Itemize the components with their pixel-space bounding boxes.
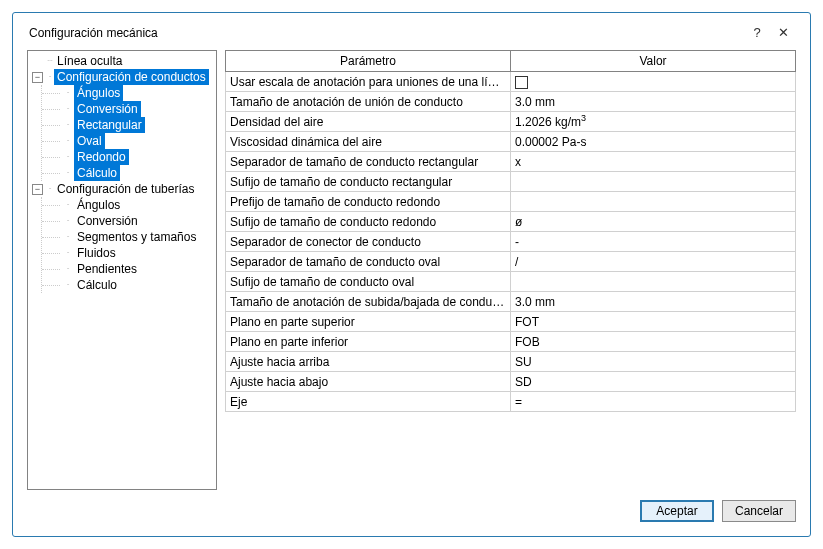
tree-item-round[interactable]: -Redondo <box>64 149 216 165</box>
table-row: Separador de conector de conducto- <box>226 232 796 252</box>
parameter-grid: Parámetro Valor Usar escala de anotación… <box>225 50 796 490</box>
tree-item-fluids[interactable]: -Fluidos <box>64 245 216 261</box>
param-label: Sufijo de tamaño de conducto oval <box>226 272 511 292</box>
param-value[interactable]: SD <box>511 372 796 392</box>
param-label: Usar escala de anotación para uniones de… <box>226 72 511 92</box>
table-row: Tamaño de anotación de subida/bajada de … <box>226 292 796 312</box>
param-value[interactable]: ø <box>511 212 796 232</box>
param-label: Densidad del aire <box>226 112 511 132</box>
nav-tree[interactable]: -- Línea oculta − - Configuración de con… <box>27 50 217 490</box>
param-value[interactable]: SU <box>511 352 796 372</box>
param-label: Tamaño de anotación de subida/bajada de … <box>226 292 511 312</box>
table-row: Viscosidad dinámica del aire0.00002 Pa-s <box>226 132 796 152</box>
param-label: Separador de conector de conducto <box>226 232 511 252</box>
tree-item-oval[interactable]: -Oval <box>64 133 216 149</box>
table-row: Separador de tamaño de conducto oval/ <box>226 252 796 272</box>
param-label: Sufijo de tamaño de conducto rectangular <box>226 172 511 192</box>
table-row: Ajuste hacia abajoSD <box>226 372 796 392</box>
table-row: Densidad del aire1.2026 kg/m3 <box>226 112 796 132</box>
param-value[interactable]: - <box>511 232 796 252</box>
tree-item-conversion[interactable]: -Conversión <box>64 101 216 117</box>
col-parameter: Parámetro <box>226 51 511 72</box>
param-label: Separador de tamaño de conducto oval <box>226 252 511 272</box>
col-value: Valor <box>511 51 796 72</box>
table-row: Sufijo de tamaño de conducto rectangular <box>226 172 796 192</box>
param-label: Ajuste hacia arriba <box>226 352 511 372</box>
param-value[interactable]: 3.0 mm <box>511 92 796 112</box>
table-row: Ajuste hacia arribaSU <box>226 352 796 372</box>
tree-connector-icon: - <box>46 68 54 84</box>
tree-item-hidden-line[interactable]: -- Línea oculta <box>46 53 216 69</box>
table-row: Separador de tamaño de conducto rectangu… <box>226 152 796 172</box>
tree-connector-icon: - <box>46 180 54 196</box>
dialog-title: Configuración mecánica <box>29 26 158 40</box>
tree-item-angles[interactable]: -Ángulos <box>64 85 216 101</box>
table-row: Plano en parte inferiorFOB <box>226 332 796 352</box>
param-value[interactable]: x <box>511 152 796 172</box>
collapse-icon[interactable]: − <box>32 184 43 195</box>
table-row: Usar escala de anotación para uniones de… <box>226 72 796 92</box>
param-label: Ajuste hacia abajo <box>226 372 511 392</box>
param-value[interactable]: FOT <box>511 312 796 332</box>
help-icon[interactable]: ? <box>744 25 770 40</box>
param-label: Tamaño de anotación de unión de conducto <box>226 92 511 112</box>
param-value[interactable]: 3.0 mm <box>511 292 796 312</box>
param-label: Plano en parte inferior <box>226 332 511 352</box>
tree-item-slopes[interactable]: -Pendientes <box>64 261 216 277</box>
collapse-icon[interactable]: − <box>32 72 43 83</box>
table-row: Prefijo de tamaño de conducto redondo <box>226 192 796 212</box>
param-label: Prefijo de tamaño de conducto redondo <box>226 192 511 212</box>
tree-connector-icon: -- <box>46 52 54 68</box>
tree-item-pipe-settings[interactable]: − - Configuración de tuberías <box>32 181 216 197</box>
table-row: Sufijo de tamaño de conducto oval <box>226 272 796 292</box>
param-value[interactable]: 0.00002 Pa-s <box>511 132 796 152</box>
titlebar: Configuración mecánica ? ✕ <box>27 21 796 50</box>
dialog-footer: Aceptar Cancelar <box>27 490 796 522</box>
table-row: Tamaño de anotación de unión de conducto… <box>226 92 796 112</box>
tree-item-pipe-calc[interactable]: -Cálculo <box>64 277 216 293</box>
ok-button[interactable]: Aceptar <box>640 500 714 522</box>
table-row: Eje= <box>226 392 796 412</box>
param-label: Sufijo de tamaño de conducto redondo <box>226 212 511 232</box>
param-label: Eje <box>226 392 511 412</box>
tree-item-pipe-angles[interactable]: -Ángulos <box>64 197 216 213</box>
table-row: Sufijo de tamaño de conducto redondoø <box>226 212 796 232</box>
param-value[interactable] <box>511 172 796 192</box>
param-value[interactable]: / <box>511 252 796 272</box>
param-value[interactable] <box>511 272 796 292</box>
cancel-button[interactable]: Cancelar <box>722 500 796 522</box>
param-label: Plano en parte superior <box>226 312 511 332</box>
table-row: Plano en parte superiorFOT <box>226 312 796 332</box>
tree-item-duct-settings[interactable]: − - Configuración de conductos <box>32 69 216 85</box>
tree-item-calculation[interactable]: -Cálculo <box>64 165 216 181</box>
param-value[interactable]: 1.2026 kg/m3 <box>511 112 796 132</box>
param-label: Separador de tamaño de conducto rectangu… <box>226 152 511 172</box>
param-value[interactable] <box>511 72 796 92</box>
param-value[interactable]: FOB <box>511 332 796 352</box>
tree-item-rectangular[interactable]: -Rectangular <box>64 117 216 133</box>
checkbox-icon[interactable] <box>515 76 528 89</box>
param-value[interactable] <box>511 192 796 212</box>
param-value[interactable]: = <box>511 392 796 412</box>
tree-item-segments-sizes[interactable]: -Segmentos y tamaños <box>64 229 216 245</box>
tree-item-pipe-conversion[interactable]: -Conversión <box>64 213 216 229</box>
mechanical-settings-dialog: Configuración mecánica ? ✕ -- Línea ocul… <box>12 12 811 537</box>
param-label: Viscosidad dinámica del aire <box>226 132 511 152</box>
close-icon[interactable]: ✕ <box>770 25 796 40</box>
